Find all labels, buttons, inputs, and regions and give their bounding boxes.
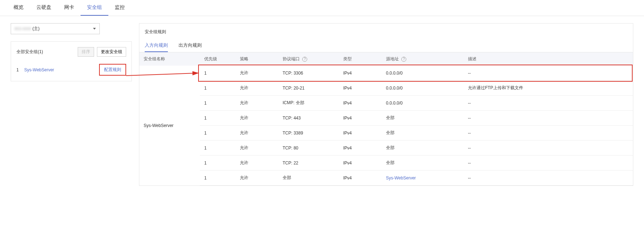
cell-priority: 1 <box>200 66 236 81</box>
sg-group-cell: Sys-WebServer <box>139 66 200 185</box>
sg-panel-title: 全部安全组(1) <box>16 49 43 55</box>
sort-button: 排序 <box>78 47 94 57</box>
main-panel: 安全组规则 入方向规则出方向规则 安全组名称 优先级 策略 协议端口 ? 类型 … <box>139 23 633 186</box>
cell-port: 全部 <box>278 171 339 185</box>
col-policy: 策略 <box>236 52 278 66</box>
cell-priority: 1 <box>200 156 236 171</box>
cell-priority: 1 <box>200 81 236 96</box>
cell-source: 0.0.0.0/0 <box>382 96 464 111</box>
cell-desc: -- <box>464 66 633 81</box>
cell-desc: -- <box>464 96 633 111</box>
cell-policy: 允许 <box>236 171 278 185</box>
top-tabs: 概览云硬盘网卡安全组监控 <box>0 0 644 16</box>
cell-desc: -- <box>464 126 633 141</box>
cell-priority: 1 <box>200 111 236 126</box>
cell-priority: 1 <box>200 141 236 156</box>
cell-source: 全部 <box>382 111 464 126</box>
cell-type: IPv4 <box>339 126 382 141</box>
instance-dropdown[interactable]: ecs-xxxx (主) <box>11 23 100 34</box>
cell-policy: 允许 <box>236 96 278 111</box>
cell-desc: -- <box>464 111 633 126</box>
sg-index: 1 <box>16 67 19 72</box>
rule-tab-1[interactable]: 出方向规则 <box>179 39 202 52</box>
cell-policy: 允许 <box>236 126 278 141</box>
cell-desc: -- <box>464 171 633 185</box>
table-row: 1允许TCP: 22IPv4全部-- <box>139 156 633 171</box>
configure-rules-button[interactable]: 配置规则 <box>99 64 126 76</box>
cell-type: IPv4 <box>339 96 382 111</box>
cell-source: 全部 <box>382 156 464 171</box>
source-link[interactable]: Sys-WebServer <box>386 176 416 181</box>
cell-port: ICMP: 全部 <box>278 96 339 111</box>
chevron-down-icon <box>93 28 96 30</box>
table-row: Sys-WebServer1允许TCP: 3306IPv40.0.0.0/0-- <box>139 66 633 81</box>
instance-name-blur: ecs-xxxx <box>15 26 31 31</box>
tab-4[interactable]: 监控 <box>108 0 131 16</box>
content-area: ecs-xxxx (主) 全部安全组(1) 排序 更改安全组 1 Sys-Web… <box>0 16 644 193</box>
col-type: 类型 <box>339 52 382 66</box>
cell-priority: 1 <box>200 171 236 185</box>
cell-source: Sys-WebServer <box>382 171 464 185</box>
table-row: 1允许TCP: 80IPv4全部-- <box>139 141 633 156</box>
tab-3[interactable]: 安全组 <box>81 0 108 16</box>
cell-type: IPv4 <box>339 66 382 81</box>
table-header-row: 安全组名称 优先级 策略 协议端口 ? 类型 源地址 ? 描述 <box>139 52 633 66</box>
col-sg-name: 安全组名称 <box>139 52 200 66</box>
cell-desc: 允许通过FTP上传和下载文件 <box>464 81 633 96</box>
cell-port: TCP: 80 <box>278 141 339 156</box>
sg-header: 全部安全组(1) 排序 更改安全组 <box>16 47 126 57</box>
table-row: 1允许全部IPv4Sys-WebServer-- <box>139 171 633 185</box>
col-source: 源地址 ? <box>382 52 464 66</box>
tab-2[interactable]: 网卡 <box>58 0 81 16</box>
instance-suffix: (主) <box>32 26 40 31</box>
cell-policy: 允许 <box>236 66 278 81</box>
cell-policy: 允许 <box>236 156 278 171</box>
table-row: 1允许TCP: 20-21IPv40.0.0.0/0允许通过FTP上传和下载文件 <box>139 81 633 96</box>
change-sg-button[interactable]: 更改安全组 <box>97 47 126 57</box>
help-icon[interactable]: ? <box>302 57 307 62</box>
col-port: 协议端口 ? <box>278 52 339 66</box>
sg-list-item: 1 Sys-WebServer 配置规则 <box>16 64 126 76</box>
cell-type: IPv4 <box>339 111 382 126</box>
cell-priority: 1 <box>200 126 236 141</box>
rule-direction-tabs: 入方向规则出方向规则 <box>139 39 633 52</box>
col-priority: 优先级 <box>200 52 236 66</box>
cell-type: IPv4 <box>339 156 382 171</box>
table-row: 1允许TCP: 3389IPv4全部-- <box>139 126 633 141</box>
cell-source: 0.0.0.0/0 <box>382 66 464 81</box>
tab-0[interactable]: 概览 <box>7 0 30 16</box>
rules-title: 安全组规则 <box>139 29 633 39</box>
tab-1[interactable]: 云硬盘 <box>30 0 58 16</box>
cell-port: TCP: 443 <box>278 111 339 126</box>
cell-port: TCP: 3389 <box>278 126 339 141</box>
sg-name-link[interactable]: Sys-WebServer <box>24 67 54 72</box>
security-group-panel: 全部安全组(1) 排序 更改安全组 1 Sys-WebServer 配置规则 <box>11 41 132 81</box>
cell-port: TCP: 20-21 <box>278 81 339 96</box>
cell-type: IPv4 <box>339 171 382 185</box>
rule-tab-0[interactable]: 入方向规则 <box>145 39 168 52</box>
rules-table: 安全组名称 优先级 策略 协议端口 ? 类型 源地址 ? 描述 Sys-WebS… <box>139 52 633 185</box>
cell-desc: -- <box>464 156 633 171</box>
cell-policy: 允许 <box>236 111 278 126</box>
table-row: 1允许ICMP: 全部IPv40.0.0.0/0-- <box>139 96 633 111</box>
cell-source: 0.0.0.0/0 <box>382 81 464 96</box>
sidebar: ecs-xxxx (主) 全部安全组(1) 排序 更改安全组 1 Sys-Web… <box>11 23 132 186</box>
cell-policy: 允许 <box>236 141 278 156</box>
help-icon[interactable]: ? <box>401 57 406 62</box>
cell-priority: 1 <box>200 96 236 111</box>
cell-source: 全部 <box>382 141 464 156</box>
cell-port: TCP: 3306 <box>278 66 339 81</box>
cell-port: TCP: 22 <box>278 156 339 171</box>
cell-type: IPv4 <box>339 81 382 96</box>
cell-desc: -- <box>464 141 633 156</box>
cell-source: 全部 <box>382 126 464 141</box>
table-row: 1允许TCP: 443IPv4全部-- <box>139 111 633 126</box>
cell-policy: 允许 <box>236 81 278 96</box>
cell-type: IPv4 <box>339 141 382 156</box>
col-desc: 描述 <box>464 52 633 66</box>
